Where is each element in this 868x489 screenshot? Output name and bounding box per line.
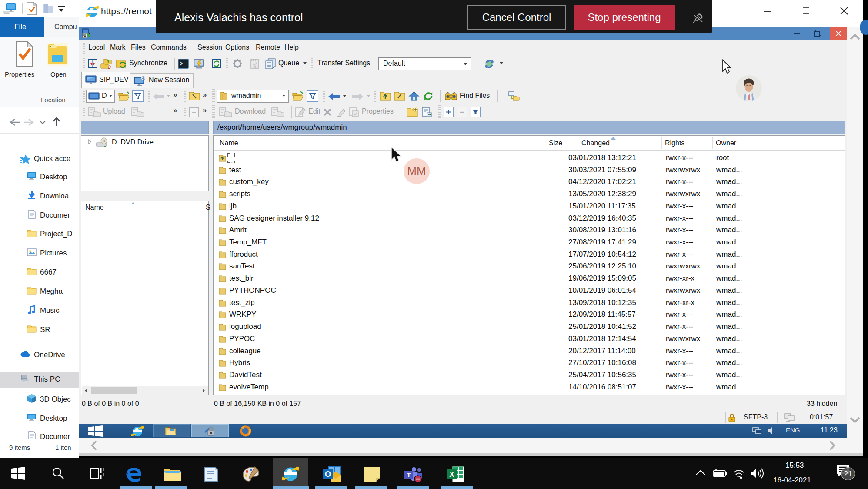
svg-text:T: T (407, 471, 411, 479)
svg-text:O: O (325, 470, 331, 479)
svg-text:X: X (449, 470, 454, 479)
